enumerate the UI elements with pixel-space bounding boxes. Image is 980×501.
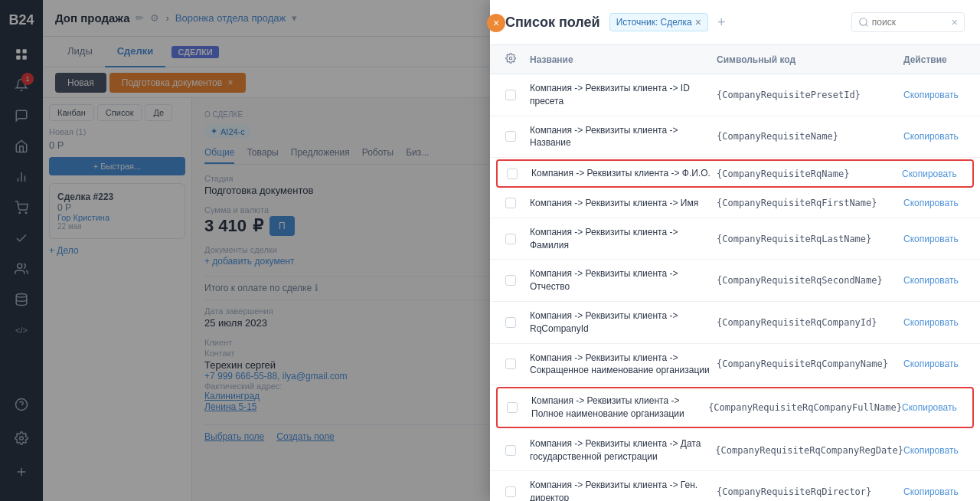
svg-line-17 (866, 25, 868, 27)
source-label: Источник: Сделка (616, 17, 692, 28)
field-code: {CompanyRequisiteRqName} (717, 169, 902, 179)
gear-col[interactable] (505, 53, 530, 66)
svg-point-16 (860, 18, 867, 25)
field-name: Компания -> Реквизиты клиента -> Отчеств… (530, 267, 717, 293)
modal-header: Список полей Источник: Сделка × + × (490, 0, 980, 45)
field-code: {CompanyRequisiteRqCompanyRegDate} (715, 445, 903, 456)
table-row: Компания -> Реквизиты клиента -> Сокраще… (490, 344, 980, 386)
copy-link[interactable]: Скопировать (903, 234, 965, 244)
add-source-btn[interactable]: + (717, 15, 726, 31)
field-name: Компания -> Реквизиты клиента -> Ген. ди… (530, 479, 717, 501)
field-code: {CompanyRequisiteRqLastName} (717, 234, 903, 244)
field-name: Компания -> Реквизиты клиента -> Ф.И.О. (531, 167, 717, 180)
copy-link[interactable]: Скопировать (903, 275, 965, 286)
modal-title: Список полей (505, 15, 600, 31)
field-code: {CompanyRequisiteRqCompanyFullName} (708, 402, 902, 413)
modal-table: Компания -> Реквизиты клиента -> ID прес… (490, 74, 980, 501)
table-row: Компания -> Реквизиты клиента -> Ген. ди… (490, 471, 980, 501)
copy-link[interactable]: Скопировать (903, 359, 965, 369)
row-checkbox[interactable] (505, 198, 516, 208)
col-header-code: Символьный код (717, 54, 903, 65)
table-row: Компания -> Реквизиты клиента -> Имя {Co… (490, 189, 980, 218)
copy-link[interactable]: Скопировать (903, 131, 965, 142)
field-code: {CompanyRequisiteRqCompanyName} (717, 359, 903, 369)
table-row: Компания -> Реквизиты клиента -> Названи… (490, 116, 980, 159)
row-checkbox[interactable] (505, 234, 516, 244)
search-box: × (851, 12, 965, 32)
copy-link[interactable]: Скопировать (903, 486, 965, 497)
table-row-highlighted: Компания -> Реквизиты клиента -> Ф.И.О. … (496, 159, 974, 188)
col-header-action: Действие (903, 54, 965, 65)
row-checkbox[interactable] (505, 486, 516, 497)
row-checkbox[interactable] (505, 445, 516, 456)
copy-link[interactable]: Скопировать (903, 317, 965, 328)
col-header-name: Название (530, 54, 717, 65)
field-name: Компания -> Реквизиты клиента -> Названи… (530, 124, 717, 150)
row-checkbox[interactable] (507, 402, 518, 413)
field-name: Компания -> Реквизиты клиента -> RqCompa… (530, 309, 717, 336)
copy-link[interactable]: Скопировать (903, 445, 965, 456)
field-code: {CompanyRequisiteRqCompanyId} (717, 317, 903, 328)
field-name: Компания -> Реквизиты клиента -> Имя (530, 197, 717, 210)
field-code: {CompanyRequisitePresetId} (717, 90, 903, 100)
copy-link[interactable]: Скопировать (903, 198, 965, 208)
table-row: Компания -> Реквизиты клиента -> Фамилия… (490, 218, 980, 260)
modal-close-btn[interactable]: × (487, 14, 505, 32)
table-row: Компания -> Реквизиты клиента -> Отчеств… (490, 260, 980, 302)
table-header: Название Символьный код Действие (490, 45, 980, 74)
field-name: Компания -> Реквизиты клиента -> Дата го… (530, 437, 715, 463)
table-row: Компания -> Реквизиты клиента -> Дата го… (490, 430, 980, 472)
source-tag: Источник: Сделка × (609, 13, 708, 31)
field-code: {CompanyRequisiteRqFirstName} (717, 198, 903, 208)
row-checkbox[interactable] (505, 275, 516, 286)
gear-icon (505, 53, 516, 64)
search-input[interactable] (872, 17, 949, 28)
field-name: Компания -> Реквизиты клиента -> Полное … (531, 395, 708, 421)
row-checkbox[interactable] (505, 131, 516, 142)
row-checkbox[interactable] (507, 169, 518, 179)
app-container: B24 1 </> (0, 0, 980, 501)
svg-point-18 (509, 57, 512, 60)
modal-panel: Список полей Источник: Сделка × + × Назв… (490, 0, 980, 501)
field-code: {CompanyRequisiteRqDirector} (717, 486, 903, 497)
search-icon (858, 17, 869, 28)
field-code: {CompanyRequisiteName} (717, 131, 903, 142)
field-code: {CompanyRequisiteRqSecondName} (717, 275, 903, 286)
source-tag-close-btn[interactable]: × (695, 16, 701, 28)
table-row: Компания -> Реквизиты клиента -> ID прес… (490, 74, 980, 116)
field-name: Компания -> Реквизиты клиента -> ID прес… (530, 82, 717, 108)
row-checkbox[interactable] (505, 359, 516, 369)
copy-link[interactable]: Скопировать (903, 90, 965, 100)
field-name: Компания -> Реквизиты клиента -> Фамилия (530, 226, 717, 252)
table-row-highlighted-2: Компания -> Реквизиты клиента -> Полное … (496, 387, 974, 428)
field-name: Компания -> Реквизиты клиента -> Сокраще… (530, 352, 717, 378)
table-row: Компания -> Реквизиты клиента -> RqCompa… (490, 302, 980, 344)
row-checkbox[interactable] (505, 90, 516, 100)
row-checkbox[interactable] (505, 317, 516, 328)
search-clear-btn[interactable]: × (952, 16, 958, 28)
copy-link[interactable]: Скопировать (902, 169, 963, 179)
copy-link[interactable]: Скопировать (902, 402, 963, 413)
